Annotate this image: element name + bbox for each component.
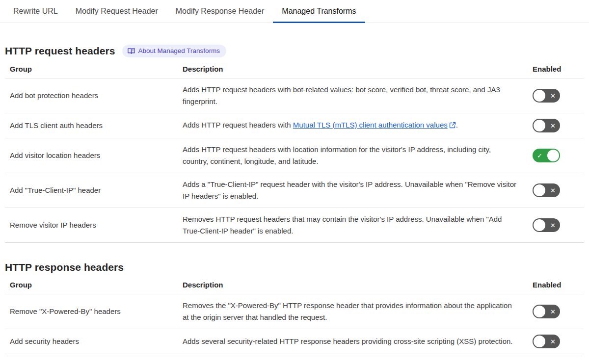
request-headers-title: HTTP request headers: [5, 45, 115, 57]
column-header-group: Group: [5, 65, 178, 73]
mtls-values-link[interactable]: Mutual TLS (mTLS) client authentication …: [293, 121, 448, 129]
toggle-knob: [547, 150, 559, 161]
managed-transforms-panel: HTTP request headers About Managed Trans…: [0, 45, 589, 354]
book-open-icon: [128, 48, 135, 54]
toggle-visitor-location[interactable]: ✓ ✕: [533, 149, 560, 162]
tab-rewrite-url[interactable]: Rewrite URL: [4, 7, 67, 23]
row-description: Removes the "X-Powered-By" HTTP response…: [178, 300, 533, 323]
badge-label: About Managed Transforms: [138, 47, 220, 54]
about-managed-transforms-badge[interactable]: About Managed Transforms: [122, 45, 227, 57]
toggle-security-headers[interactable]: ✓ ✕: [533, 335, 560, 348]
transform-rules-tabbar: Rewrite URL Modify Request Header Modify…: [0, 0, 589, 23]
request-headers-section: HTTP request headers About Managed Trans…: [5, 45, 584, 243]
toggle-knob: [534, 336, 545, 347]
table-row-visitor-location: Add visitor location headers Adds HTTP r…: [5, 138, 584, 173]
row-description: Adds HTTP request headers with bot-relat…: [178, 84, 533, 107]
toggle-knob: [534, 306, 545, 317]
response-headers-title: HTTP response headers: [5, 261, 124, 273]
cross-icon: ✕: [550, 93, 556, 99]
table-row-remove-visitor-ip: Remove visitor IP headers Removes HTTP r…: [5, 208, 584, 242]
check-icon: ✓: [537, 153, 542, 159]
row-description: Removes HTTP request headers that may co…: [178, 213, 533, 237]
cross-icon: ✕: [550, 338, 556, 345]
table-row-true-client-ip: Add "True-Client-IP" header Adds a "True…: [5, 173, 584, 208]
toggle-bot-protection[interactable]: ✓ ✕: [533, 89, 560, 103]
cross-icon: ✕: [550, 187, 556, 194]
row-description: Adds HTTP request headers with Mutual TL…: [178, 119, 533, 132]
tab-modify-request-header[interactable]: Modify Request Header: [67, 7, 167, 23]
column-header-description: Description: [178, 281, 533, 289]
column-header-group: Group: [5, 281, 178, 289]
description-text: .: [456, 121, 458, 129]
response-headers-section: HTTP response headers Group Description …: [5, 261, 584, 354]
table-header-row: Group Description Enabled: [5, 273, 584, 294]
toggle-knob: [534, 90, 545, 102]
toggle-true-client-ip[interactable]: ✓ ✕: [533, 183, 560, 197]
row-group: Add security headers: [5, 336, 178, 347]
row-group: Add visitor location headers: [5, 150, 178, 161]
row-group: Add "True-Client-IP" header: [5, 184, 178, 196]
row-group: Remove "X-Powered-By" headers: [5, 306, 178, 317]
column-header-enabled: Enabled: [533, 281, 584, 289]
request-headers-table: Group Description Enabled Add bot protec…: [5, 57, 584, 243]
tab-managed-transforms[interactable]: Managed Transforms: [273, 7, 365, 23]
toggle-knob: [534, 219, 545, 231]
external-link-icon[interactable]: [449, 120, 456, 132]
table-row-bot-protection: Add bot protection headers Adds HTTP req…: [5, 78, 584, 113]
row-description: Adds several security-related HTTP respo…: [178, 336, 533, 347]
row-group: Add TLS client auth headers: [5, 120, 178, 131]
toggle-tls-client-auth[interactable]: ✓ ✕: [533, 119, 560, 132]
row-description: Adds HTTP request headers with location …: [178, 144, 533, 167]
cross-icon: ✕: [550, 222, 556, 229]
toggle-knob: [534, 184, 545, 196]
cross-icon: ✕: [550, 123, 556, 129]
toggle-x-powered-by[interactable]: ✓ ✕: [533, 305, 560, 318]
tab-modify-response-header[interactable]: Modify Response Header: [167, 7, 273, 23]
table-row-security-headers: Add security headers Adds several securi…: [5, 329, 584, 354]
row-group: Remove visitor IP headers: [5, 219, 178, 231]
response-headers-table: Group Description Enabled Remove "X-Powe…: [5, 273, 584, 354]
cross-icon: ✕: [550, 309, 556, 315]
description-text: Adds HTTP request headers with: [183, 121, 293, 129]
table-header-row: Group Description Enabled: [5, 57, 584, 78]
toggle-knob: [534, 120, 545, 131]
row-description: Adds a "True-Client-IP" request header w…: [178, 179, 533, 202]
row-group: Add bot protection headers: [5, 90, 178, 102]
column-header-description: Description: [178, 65, 533, 73]
column-header-enabled: Enabled: [533, 65, 584, 73]
toggle-remove-visitor-ip[interactable]: ✓ ✕: [533, 218, 560, 232]
table-row-x-powered-by: Remove "X-Powered-By" headers Removes th…: [5, 294, 584, 329]
table-row-tls-client-auth: Add TLS client auth headers Adds HTTP re…: [5, 113, 584, 138]
